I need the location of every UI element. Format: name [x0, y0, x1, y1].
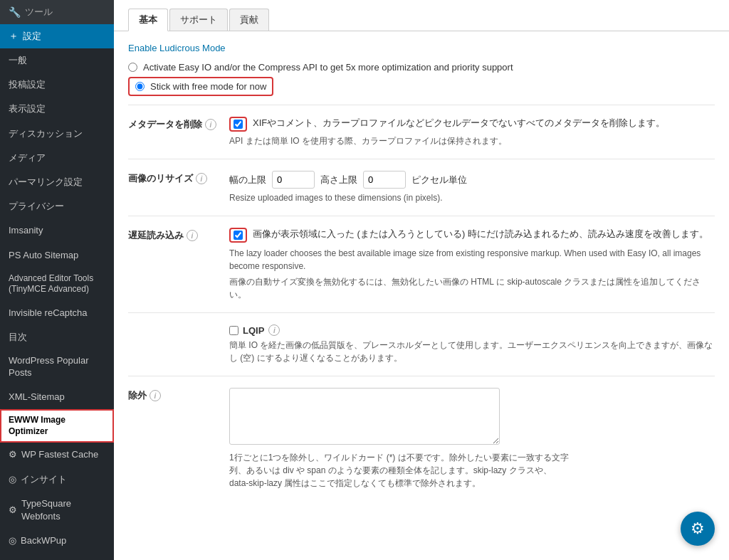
metadata-checkbox-row: XIFやコメント、カラープロファイルなどピクセルデータでないすべてのメタデータを… [229, 117, 715, 132]
sidebar-item-affinger5[interactable]: ◎ AFFINGER5 管理 [0, 553, 114, 560]
sidebar-item-xml-sitemap[interactable]: XML-Sitemap [0, 385, 114, 409]
typesquare-icon: ⚙ [9, 504, 17, 517]
exclude-textarea[interactable] [229, 388, 500, 445]
sidebar-item-wp-popular-posts[interactable]: WordPress Popular Posts [0, 349, 114, 385]
sidebar-item-invisible-recaptcha[interactable]: Invisible reCaptcha [0, 301, 114, 325]
resize-label: 画像のリサイズ i [128, 171, 221, 185]
radio-free-mode-highlighted: Stick with free mode for now [128, 77, 273, 96]
lazy-load-setting-row: 遅延読み込み i 画像が表示領域に入った (または入ろうとしている) 時にだけ読… [128, 228, 715, 301]
fab-help-button[interactable]: ⚙ [681, 512, 715, 546]
main-content: 基本 サポート 貢献 Enable Ludicrous Mode Activat… [114, 0, 729, 560]
sidebar-item-display[interactable]: 表示設定 [0, 97, 114, 121]
tab-basic[interactable]: 基本 [128, 9, 168, 31]
sidebar-item-toc[interactable]: 目次 [0, 325, 114, 349]
tools-icon: 🔧 [9, 6, 21, 18]
settings-icon: ＋ [9, 30, 19, 43]
lqip-description: 簡単 IO を経た画像の低品質版を、プレースホルダーとして使用します。ユーザーエ… [229, 339, 715, 364]
mode-radio-group: Activate Easy IO and/or the Compress API… [128, 62, 715, 96]
metadata-label: メタデータを削除 i [128, 117, 221, 131]
tab-contribution[interactable]: 貢献 [229, 9, 269, 31]
sidebar-item-settings[interactable]: ＋ 設定 [0, 24, 114, 48]
lazy-load-checkbox-highlighted [229, 228, 247, 243]
sidebar-item-permalink[interactable]: パーマリンク設定 [0, 170, 114, 194]
sidebar: 🔧 ツール ＋ 設定 一般 投稿設定 表示設定 ディスカッション メディア パー… [0, 0, 114, 560]
divider-3 [128, 216, 715, 216]
wp-fastest-cache-icon: ⚙ [9, 448, 17, 461]
resize-height-input[interactable] [363, 171, 406, 189]
sidebar-item-wp-fastest-cache[interactable]: ⚙ WP Fastest Cache [0, 443, 114, 467]
radio-easy-io[interactable]: Activate Easy IO and/or the Compress API… [128, 62, 715, 73]
resize-info-icon[interactable]: i [196, 173, 207, 184]
sidebar-item-insight[interactable]: ◎ インサイト [0, 467, 114, 492]
metadata-checkbox-highlighted [229, 117, 247, 132]
lqip-setting-row: LQIP i 簡単 IO を経た画像の低品質版を、プレースホルダーとして使用しま… [128, 324, 715, 364]
lazy-load-checkbox[interactable] [234, 231, 243, 240]
tabs-bar: 基本 サポート 貢献 [114, 0, 729, 31]
lazy-load-description-text: 画像が表示領域に入った (または入ろうとしている) 時にだけ読み込まれるため、読… [253, 228, 708, 241]
sidebar-item-media[interactable]: メディア [0, 146, 114, 170]
lazy-load-note2: 画像の自動サイズ変換を無効化するには、無効化したい画像の HTML に skip… [229, 275, 715, 301]
divider-4 [128, 312, 715, 313]
sidebar-item-typesquare[interactable]: ⚙ TypeSquare Webfonts [0, 492, 114, 529]
sidebar-item-tools[interactable]: 🔧 ツール [0, 0, 114, 24]
insight-icon: ◎ [9, 473, 16, 486]
resize-description: Resize uploaded images to these dimensio… [229, 191, 715, 204]
divider-5 [128, 376, 715, 376]
backwpup-icon: ◎ [9, 534, 16, 547]
lazy-load-note1: The lazy loader chooses the best availab… [229, 247, 715, 273]
exclude-setting-row: 除外 i 1行ごとに1つを除外し、ワイルドカード (*) は不要です。除外したい… [128, 388, 715, 490]
radio-free-mode-input[interactable] [135, 82, 145, 91]
radio-free-mode-label: Stick with free mode for now [150, 81, 266, 92]
sidebar-item-backwpup[interactable]: ◎ BackWPup [0, 529, 114, 553]
radio-easy-io-label: Activate Easy IO and/or the Compress API… [143, 62, 513, 73]
sidebar-item-ps-auto-sitemap[interactable]: PS Auto Sitemap [0, 243, 114, 268]
resize-width-input[interactable] [272, 171, 315, 189]
sidebar-item-imsanity[interactable]: Imsanity [0, 218, 114, 243]
lqip-label-empty [128, 324, 221, 326]
resize-setting-row: 画像のリサイズ i 幅の上限 高さ上限 ピクセル単位 Resize upload… [128, 171, 715, 204]
exclude-info-icon[interactable]: i [150, 390, 161, 401]
lazy-load-content: 画像が表示領域に入った (または入ろうとしている) 時にだけ読み込まれるため、読… [229, 228, 715, 301]
metadata-setting-row: メタデータを削除 i XIFやコメント、カラープロファイルなどピクセルデータでな… [128, 117, 715, 147]
metadata-note: API または簡単 IO を使用する際、カラープロファイルは保持されます。 [229, 134, 715, 147]
metadata-checkbox[interactable] [234, 120, 243, 129]
lqip-label: LQIP [243, 325, 264, 336]
enable-ludicrous-link[interactable]: Enable Ludicrous Mode [128, 43, 226, 53]
fab-icon: ⚙ [691, 519, 705, 538]
divider-1 [128, 105, 715, 105]
metadata-description-text: XIFやコメント、カラープロファイルなどピクセルデータでないすべてのメタデータを… [253, 117, 665, 130]
resize-content: 幅の上限 高さ上限 ピクセル単位 Resize uploaded images … [229, 171, 715, 204]
lqip-content: LQIP i 簡単 IO を経た画像の低品質版を、プレースホルダーとして使用しま… [229, 324, 715, 364]
radio-easy-io-input[interactable] [128, 63, 137, 72]
lazy-load-info-icon[interactable]: i [187, 230, 198, 241]
sidebar-item-posts[interactable]: 投稿設定 [0, 73, 114, 97]
tab-support[interactable]: サポート [169, 9, 228, 31]
resize-unit-label: ピクセル単位 [411, 174, 467, 186]
resize-inputs-row: 幅の上限 高さ上限 ピクセル単位 [229, 171, 715, 189]
divider-2 [128, 159, 715, 159]
sidebar-item-discussion[interactable]: ディスカッション [0, 122, 114, 146]
metadata-content: XIFやコメント、カラープロファイルなどピクセルデータでないすべてのメタデータを… [229, 117, 715, 147]
radio-free-mode[interactable]: Stick with free mode for now [128, 77, 715, 96]
resize-height-label: 高さ上限 [320, 174, 357, 186]
sidebar-item-privacy[interactable]: プライバシー [0, 194, 114, 218]
sidebar-item-advanced-editor[interactable]: Advanced Editor Tools (TinyMCE Advanced) [0, 268, 114, 301]
exclude-content: 1行ごとに1つを除外し、ワイルドカード (*) は不要です。除外したい要素に一致… [229, 388, 715, 490]
exclude-label: 除外 i [128, 388, 221, 402]
settings-content: Enable Ludicrous Mode Activate Easy IO a… [114, 31, 729, 512]
lqip-info-icon[interactable]: i [268, 324, 280, 336]
lqip-checkbox[interactable] [229, 326, 238, 335]
sidebar-item-general[interactable]: 一般 [0, 48, 114, 73]
lazy-load-label: 遅延読み込み i [128, 228, 221, 242]
sidebar-item-ewww[interactable]: EWWW Image Optimizer [0, 409, 114, 443]
exclude-description: 1行ごとに1つを除外し、ワイルドカード (*) は不要です。除外したい要素に一致… [229, 451, 571, 490]
resize-width-label: 幅の上限 [229, 174, 266, 186]
lazy-load-checkbox-row: 画像が表示領域に入った (または入ろうとしている) 時にだけ読み込まれるため、読… [229, 228, 715, 243]
lqip-checkbox-row: LQIP i [229, 324, 715, 336]
metadata-info-icon[interactable]: i [205, 119, 216, 130]
